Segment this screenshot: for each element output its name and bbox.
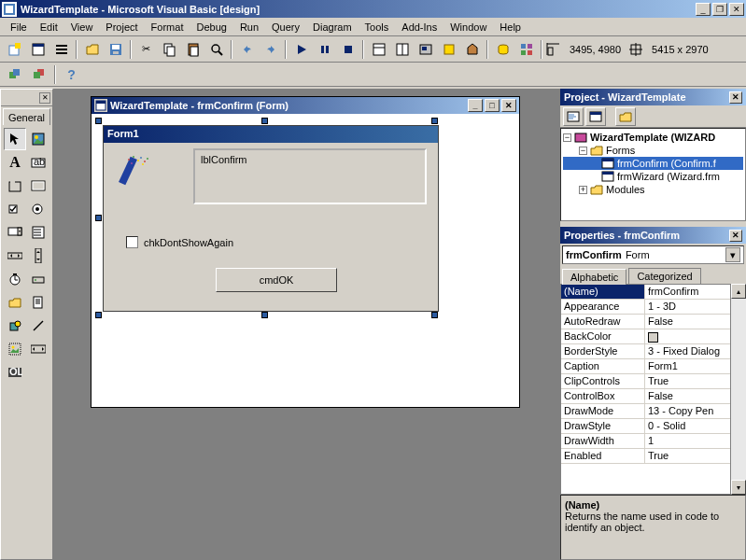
redo-button[interactable] (260, 39, 281, 60)
property-row[interactable]: Appearance1 - 3D (561, 300, 730, 315)
dropdown-icon[interactable]: ▾ (725, 247, 740, 262)
menu-diagram[interactable]: Diagram (306, 20, 359, 35)
find-button[interactable] (205, 39, 227, 60)
form-frmconfirm[interactable]: Form1 lblConfirm chkDontShowAgain cmdOK (103, 125, 439, 312)
property-row[interactable]: EnabledTrue (561, 449, 730, 464)
restore-button[interactable]: ❐ (712, 3, 727, 16)
designer-minimize-button[interactable]: _ (468, 99, 483, 112)
commandbutton-tool[interactable] (27, 175, 49, 197)
toggle-folders-button[interactable] (615, 107, 636, 126)
menu-run[interactable]: Run (233, 20, 265, 35)
cmdok-button[interactable]: cmdOK (216, 268, 337, 292)
property-row[interactable]: CaptionForm1 (561, 359, 730, 374)
shape-tool[interactable] (4, 315, 26, 337)
properties-scrollbar[interactable]: ▴ ▾ (731, 284, 746, 495)
menu-editor-button[interactable] (50, 39, 72, 60)
property-row[interactable]: DrawMode13 - Copy Pen (561, 404, 730, 419)
menu-help[interactable]: Help (493, 20, 528, 35)
property-row[interactable]: BackColor&H8000000F& (561, 329, 730, 344)
filelistbox-tool[interactable] (27, 291, 49, 314)
pointer-tool[interactable] (4, 128, 26, 150)
save-button[interactable] (105, 39, 126, 60)
vscrollbar-tool[interactable] (27, 245, 49, 267)
toolbox-close-button[interactable]: ✕ (39, 92, 50, 104)
lblconfirm-label[interactable]: lblConfirm (201, 154, 247, 165)
bring-front-button[interactable] (4, 64, 25, 85)
close-button[interactable]: ✕ (729, 3, 744, 16)
properties-panel-close[interactable]: ✕ (729, 230, 742, 242)
properties-window-button[interactable] (391, 39, 413, 60)
property-row[interactable]: AutoRedrawFalse (561, 315, 730, 329)
menu-window[interactable]: Window (443, 20, 493, 35)
undo-button[interactable] (236, 39, 258, 60)
break-button[interactable] (314, 39, 335, 60)
line-tool[interactable] (27, 315, 49, 337)
label-tool[interactable]: A (4, 151, 26, 174)
wizard-image[interactable] (115, 152, 171, 189)
property-row[interactable]: (Name)frmConfirm (561, 285, 730, 300)
menu-edit[interactable]: Edit (34, 20, 64, 35)
menu-file[interactable]: File (4, 20, 34, 35)
optionbutton-tool[interactable] (27, 198, 49, 220)
project-tree[interactable]: − WizardTemplate (WIZARD − Forms frmConf… (560, 128, 746, 221)
timer-tool[interactable] (4, 268, 26, 290)
menu-debug[interactable]: Debug (190, 20, 232, 35)
tab-alphabetic[interactable]: Alphabetic (562, 269, 626, 285)
add-form-button[interactable] (27, 39, 49, 60)
designer-close-button[interactable]: ✕ (501, 99, 516, 112)
paste-button[interactable] (182, 39, 204, 60)
picturebox-tool[interactable] (27, 128, 49, 150)
view-object-button[interactable] (585, 107, 606, 126)
component-manager-button[interactable] (515, 39, 537, 60)
hscrollbar-tool[interactable] (4, 245, 26, 267)
property-row[interactable]: DrawWidth1 (561, 434, 730, 449)
minimize-button[interactable]: _ (696, 3, 711, 16)
property-row[interactable]: ControlBoxFalse (561, 389, 730, 404)
drivelistbox-tool[interactable] (27, 268, 49, 290)
copy-button[interactable] (159, 39, 180, 60)
combobox-tool[interactable] (4, 221, 26, 244)
tree-item-frmconfirm[interactable]: frmConfirm (Confirm.f (563, 157, 743, 170)
property-row[interactable]: ClipControlsTrue (561, 374, 730, 389)
tree-item-modules[interactable]: + Modules (563, 183, 743, 196)
send-back-button[interactable] (28, 64, 49, 85)
ole-tool[interactable]: OLE (4, 361, 26, 384)
help-button[interactable]: ? (61, 64, 82, 85)
menu-format[interactable]: Format (145, 20, 190, 35)
scroll-down-button[interactable]: ▾ (731, 480, 746, 495)
cut-button[interactable]: ✂ (135, 39, 157, 60)
chkdontshowagain-checkbox[interactable]: chkDontShowAgain (126, 236, 233, 248)
checkbox-box[interactable] (126, 236, 138, 248)
toolbox-button[interactable] (461, 39, 483, 60)
menu-query[interactable]: Query (265, 20, 306, 35)
form-layout-button[interactable] (415, 39, 436, 60)
designer-maximize-button[interactable]: □ (485, 99, 500, 112)
add-project-button[interactable] (4, 39, 25, 60)
tab-categorized[interactable]: Categorized (628, 268, 700, 284)
object-selector[interactable]: frmConfirm Form ▾ (562, 245, 744, 264)
open-button[interactable] (81, 39, 103, 60)
menu-view[interactable]: View (64, 20, 100, 35)
textbox-tool[interactable]: ab| (27, 151, 49, 174)
tree-item-frmwizard[interactable]: frmWizard (Wizard.frm (563, 170, 743, 183)
property-row[interactable]: DrawStyle0 - Solid (561, 419, 730, 434)
property-grid[interactable]: (Name)frmConfirmAppearance1 - 3DAutoRedr… (560, 284, 731, 495)
checkbox-tool[interactable] (4, 198, 26, 220)
object-browser-button[interactable] (438, 39, 459, 60)
menu-project[interactable]: Project (99, 20, 144, 35)
end-button[interactable] (337, 39, 359, 60)
property-row[interactable]: BorderStyle3 - Fixed Dialog (561, 344, 730, 359)
menu-addins[interactable]: Add-Ins (395, 20, 443, 35)
start-button[interactable] (290, 39, 312, 60)
listbox-tool[interactable] (27, 221, 49, 244)
image-tool[interactable] (4, 338, 26, 360)
frame-tool[interactable] (4, 175, 26, 197)
toolbox-tab-general[interactable]: General (3, 108, 50, 125)
project-panel-close[interactable]: ✕ (729, 91, 742, 104)
dirlistbox-tool[interactable] (4, 291, 26, 314)
data-tool[interactable] (27, 338, 49, 360)
view-code-button[interactable] (563, 107, 584, 126)
project-explorer-button[interactable] (368, 39, 389, 60)
dataview-button[interactable] (492, 39, 514, 60)
menu-tools[interactable]: Tools (359, 20, 396, 35)
